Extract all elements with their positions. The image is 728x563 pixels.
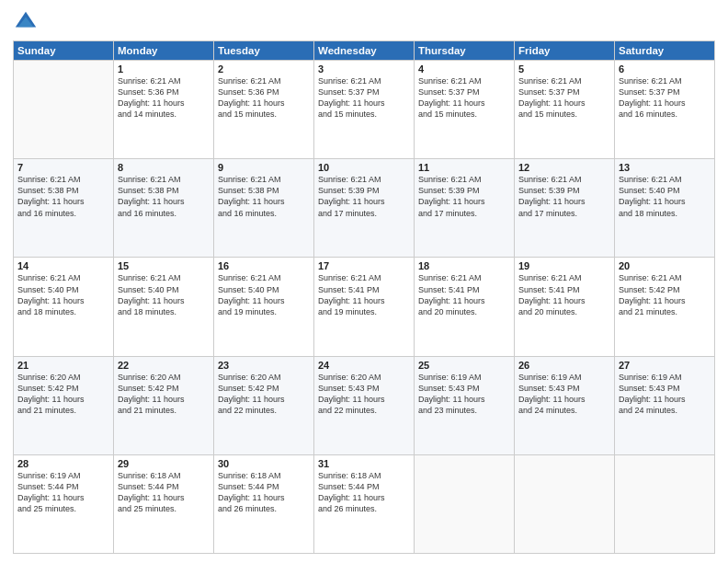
- day-number: 23: [218, 360, 310, 371]
- day-cell: [415, 454, 515, 553]
- day-info: Sunrise: 6:21 AM Sunset: 5:39 PM Dayligh…: [518, 174, 610, 219]
- header: [13, 9, 715, 35]
- day-cell: 5Sunrise: 6:21 AM Sunset: 5:37 PM Daylig…: [515, 61, 615, 159]
- day-info: Sunrise: 6:19 AM Sunset: 5:43 PM Dayligh…: [518, 372, 610, 417]
- day-info: Sunrise: 6:20 AM Sunset: 5:42 PM Dayligh…: [118, 372, 210, 417]
- day-info: Sunrise: 6:21 AM Sunset: 5:38 PM Dayligh…: [218, 174, 310, 219]
- day-number: 21: [17, 360, 109, 371]
- day-cell: 14Sunrise: 6:21 AM Sunset: 5:40 PM Dayli…: [14, 258, 114, 356]
- day-cell: 11Sunrise: 6:21 AM Sunset: 5:39 PM Dayli…: [415, 159, 515, 258]
- day-cell: [515, 454, 615, 553]
- day-cell: 10Sunrise: 6:21 AM Sunset: 5:39 PM Dayli…: [314, 159, 415, 258]
- day-info: Sunrise: 6:21 AM Sunset: 5:36 PM Dayligh…: [118, 75, 210, 121]
- day-number: 15: [118, 260, 210, 271]
- day-info: Sunrise: 6:18 AM Sunset: 5:44 PM Dayligh…: [218, 470, 310, 515]
- day-number: 18: [418, 260, 510, 271]
- day-cell: 1Sunrise: 6:21 AM Sunset: 5:36 PM Daylig…: [114, 61, 214, 159]
- day-number: 28: [17, 458, 109, 469]
- day-info: Sunrise: 6:21 AM Sunset: 5:42 PM Dayligh…: [619, 272, 711, 317]
- day-info: Sunrise: 6:21 AM Sunset: 5:41 PM Dayligh…: [518, 272, 610, 317]
- day-info: Sunrise: 6:21 AM Sunset: 5:37 PM Dayligh…: [318, 75, 410, 121]
- day-cell: 7Sunrise: 6:21 AM Sunset: 5:38 PM Daylig…: [14, 159, 114, 258]
- day-number: 30: [218, 458, 310, 469]
- col-header-saturday: Saturday: [615, 41, 715, 61]
- day-number: 31: [318, 458, 410, 469]
- calendar-body: 1Sunrise: 6:21 AM Sunset: 5:36 PM Daylig…: [14, 61, 715, 554]
- day-info: Sunrise: 6:21 AM Sunset: 5:39 PM Dayligh…: [318, 174, 410, 219]
- day-number: 1: [118, 63, 210, 75]
- day-info: Sunrise: 6:21 AM Sunset: 5:40 PM Dayligh…: [619, 174, 711, 219]
- header-row: SundayMondayTuesdayWednesdayThursdayFrid…: [14, 41, 715, 61]
- day-cell: 9Sunrise: 6:21 AM Sunset: 5:38 PM Daylig…: [214, 159, 314, 258]
- col-header-tuesday: Tuesday: [214, 41, 314, 61]
- day-cell: 17Sunrise: 6:21 AM Sunset: 5:41 PM Dayli…: [314, 258, 415, 356]
- day-cell: 12Sunrise: 6:21 AM Sunset: 5:39 PM Dayli…: [515, 159, 615, 258]
- day-number: 16: [218, 260, 310, 271]
- day-info: Sunrise: 6:18 AM Sunset: 5:44 PM Dayligh…: [118, 470, 210, 515]
- day-number: 26: [518, 360, 610, 371]
- day-info: Sunrise: 6:21 AM Sunset: 5:40 PM Dayligh…: [17, 272, 109, 317]
- day-number: 25: [418, 360, 510, 371]
- day-number: 8: [118, 162, 210, 173]
- day-info: Sunrise: 6:18 AM Sunset: 5:44 PM Dayligh…: [318, 470, 410, 515]
- day-info: Sunrise: 6:21 AM Sunset: 5:39 PM Dayligh…: [418, 174, 510, 219]
- day-cell: 29Sunrise: 6:18 AM Sunset: 5:44 PM Dayli…: [114, 454, 214, 553]
- logo-icon: [13, 9, 39, 35]
- day-number: 7: [17, 162, 109, 173]
- week-row-3: 14Sunrise: 6:21 AM Sunset: 5:40 PM Dayli…: [14, 258, 715, 356]
- day-info: Sunrise: 6:21 AM Sunset: 5:41 PM Dayligh…: [418, 272, 510, 317]
- logo: [13, 9, 42, 35]
- day-cell: 19Sunrise: 6:21 AM Sunset: 5:41 PM Dayli…: [515, 258, 615, 356]
- day-cell: [615, 454, 715, 553]
- day-number: 17: [318, 260, 410, 271]
- day-number: 22: [118, 360, 210, 371]
- day-number: 9: [218, 162, 310, 173]
- day-info: Sunrise: 6:19 AM Sunset: 5:44 PM Dayligh…: [17, 470, 109, 515]
- day-info: Sunrise: 6:19 AM Sunset: 5:43 PM Dayligh…: [619, 372, 711, 417]
- day-number: 20: [619, 260, 711, 271]
- day-cell: 25Sunrise: 6:19 AM Sunset: 5:43 PM Dayli…: [415, 356, 515, 454]
- day-cell: 8Sunrise: 6:21 AM Sunset: 5:38 PM Daylig…: [114, 159, 214, 258]
- day-cell: 26Sunrise: 6:19 AM Sunset: 5:43 PM Dayli…: [515, 356, 615, 454]
- col-header-thursday: Thursday: [415, 41, 515, 61]
- calendar-header: SundayMondayTuesdayWednesdayThursdayFrid…: [14, 41, 715, 61]
- day-cell: 28Sunrise: 6:19 AM Sunset: 5:44 PM Dayli…: [14, 454, 114, 553]
- day-info: Sunrise: 6:21 AM Sunset: 5:40 PM Dayligh…: [218, 272, 310, 317]
- day-number: 11: [418, 162, 510, 173]
- day-cell: 3Sunrise: 6:21 AM Sunset: 5:37 PM Daylig…: [314, 61, 415, 159]
- day-cell: 18Sunrise: 6:21 AM Sunset: 5:41 PM Dayli…: [415, 258, 515, 356]
- day-info: Sunrise: 6:21 AM Sunset: 5:38 PM Dayligh…: [118, 174, 210, 219]
- day-cell: 13Sunrise: 6:21 AM Sunset: 5:40 PM Dayli…: [615, 159, 715, 258]
- day-cell: 16Sunrise: 6:21 AM Sunset: 5:40 PM Dayli…: [214, 258, 314, 356]
- day-info: Sunrise: 6:20 AM Sunset: 5:42 PM Dayligh…: [218, 372, 310, 417]
- day-number: 5: [518, 63, 610, 75]
- day-info: Sunrise: 6:20 AM Sunset: 5:42 PM Dayligh…: [17, 372, 109, 417]
- col-header-monday: Monday: [114, 41, 214, 61]
- week-row-1: 1Sunrise: 6:21 AM Sunset: 5:36 PM Daylig…: [14, 61, 715, 159]
- week-row-2: 7Sunrise: 6:21 AM Sunset: 5:38 PM Daylig…: [14, 159, 715, 258]
- page: SundayMondayTuesdayWednesdayThursdayFrid…: [0, 0, 728, 563]
- day-number: 19: [518, 260, 610, 271]
- day-number: 2: [218, 63, 310, 75]
- day-cell: 21Sunrise: 6:20 AM Sunset: 5:42 PM Dayli…: [14, 356, 114, 454]
- day-number: 27: [619, 360, 711, 371]
- day-cell: 30Sunrise: 6:18 AM Sunset: 5:44 PM Dayli…: [214, 454, 314, 553]
- col-header-sunday: Sunday: [14, 41, 114, 61]
- day-info: Sunrise: 6:19 AM Sunset: 5:43 PM Dayligh…: [418, 372, 510, 417]
- day-info: Sunrise: 6:21 AM Sunset: 5:38 PM Dayligh…: [17, 174, 109, 219]
- day-number: 3: [318, 63, 410, 75]
- col-header-friday: Friday: [515, 41, 615, 61]
- day-number: 29: [118, 458, 210, 469]
- day-number: 6: [619, 63, 711, 75]
- day-cell: [14, 61, 114, 159]
- day-info: Sunrise: 6:21 AM Sunset: 5:40 PM Dayligh…: [118, 272, 210, 317]
- day-info: Sunrise: 6:21 AM Sunset: 5:41 PM Dayligh…: [318, 272, 410, 317]
- day-number: 24: [318, 360, 410, 371]
- day-info: Sunrise: 6:21 AM Sunset: 5:37 PM Dayligh…: [518, 75, 610, 121]
- day-cell: 23Sunrise: 6:20 AM Sunset: 5:42 PM Dayli…: [214, 356, 314, 454]
- day-info: Sunrise: 6:21 AM Sunset: 5:36 PM Dayligh…: [218, 75, 310, 121]
- day-cell: 4Sunrise: 6:21 AM Sunset: 5:37 PM Daylig…: [415, 61, 515, 159]
- day-number: 12: [518, 162, 610, 173]
- day-info: Sunrise: 6:21 AM Sunset: 5:37 PM Dayligh…: [418, 75, 510, 121]
- day-cell: 27Sunrise: 6:19 AM Sunset: 5:43 PM Dayli…: [615, 356, 715, 454]
